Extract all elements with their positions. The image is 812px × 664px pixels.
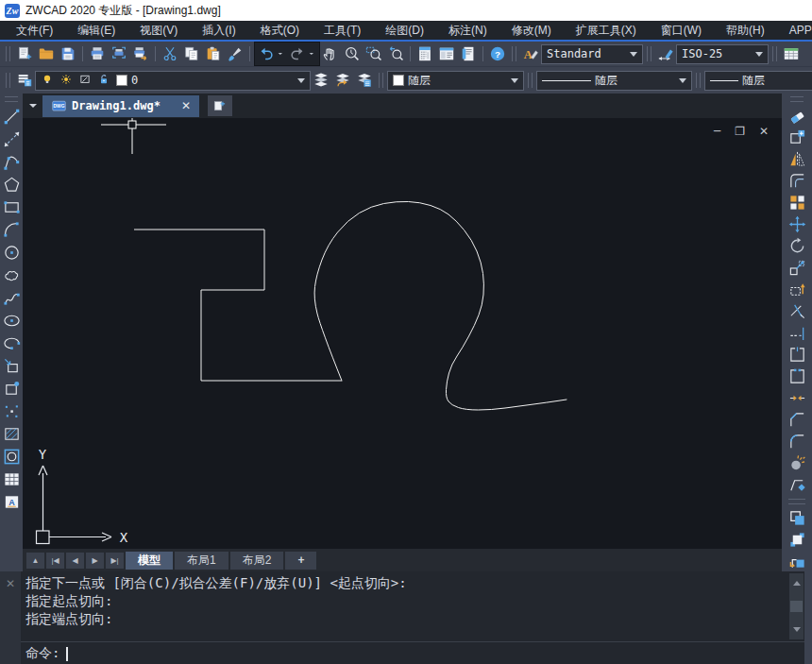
- circle-button[interactable]: [0, 241, 23, 264]
- redo-button[interactable]: [287, 43, 308, 64]
- close-icon[interactable]: ✕: [759, 125, 769, 138]
- menu-item-m[interactable]: 修改(M): [499, 21, 564, 40]
- send-to-back-button[interactable]: [786, 529, 808, 551]
- layer-previous-button[interactable]: [332, 70, 353, 91]
- zoom-realtime-button[interactable]: [342, 43, 363, 64]
- menu-item-h[interactable]: 帮助(H): [714, 21, 777, 40]
- chamfer-button[interactable]: [786, 409, 808, 431]
- print-preview-button[interactable]: [109, 43, 129, 64]
- paste-button[interactable]: [203, 43, 224, 64]
- trim-button[interactable]: [786, 300, 808, 322]
- save-button[interactable]: [58, 43, 78, 64]
- lineweight-combo[interactable]: 随层: [704, 71, 812, 91]
- command-close-icon[interactable]: ✕: [6, 577, 15, 664]
- send-under-button[interactable]: [786, 551, 808, 572]
- zoom-previous-button[interactable]: [385, 43, 406, 64]
- menu-item-app[interactable]: APP+: [777, 21, 812, 40]
- layer-on-icon[interactable]: [41, 73, 56, 88]
- polyline-button[interactable]: [0, 150, 23, 173]
- toolbar-grip[interactable]: [379, 73, 383, 88]
- scroll-down-icon[interactable]: [793, 627, 801, 636]
- new-tab-button[interactable]: [208, 95, 232, 116]
- layer-plot-icon[interactable]: [78, 73, 93, 88]
- command-history[interactable]: 指定下一点或 [闭合(C)/拟合公差(F)/放弃(U)] <起点切向>:指定起点…: [21, 571, 804, 641]
- layout-tab-layout[interactable]: 布局2: [230, 552, 284, 570]
- scale-button[interactable]: [786, 257, 808, 279]
- menu-item-t[interactable]: 工具(T): [312, 21, 373, 40]
- table-button[interactable]: [0, 468, 23, 490]
- tab-close-icon[interactable]: ✕: [181, 99, 191, 112]
- layer-lock-icon[interactable]: [97, 73, 112, 88]
- layout-tab-layout[interactable]: 布局1: [175, 552, 228, 570]
- toolbar-grip[interactable]: [772, 46, 777, 61]
- restore-icon[interactable]: ❐: [735, 125, 745, 138]
- insert-block-button[interactable]: [0, 354, 23, 377]
- stretch-button[interactable]: [786, 279, 808, 300]
- break-button[interactable]: [786, 366, 808, 387]
- menu-item-i[interactable]: 插入(I): [190, 21, 247, 40]
- dim-style-combo[interactable]: ISO-25: [676, 44, 769, 64]
- extend-button[interactable]: [786, 322, 808, 344]
- layout-nav-next-button[interactable]: ▶: [86, 553, 104, 569]
- layout-tab-model-active[interactable]: 模型: [126, 552, 173, 570]
- toolbar-grip[interactable]: [790, 96, 804, 102]
- dropdown-icon[interactable]: [277, 43, 287, 64]
- revision-cloud-button[interactable]: [0, 264, 23, 286]
- menu-item-x[interactable]: 扩展工具(X): [564, 21, 649, 40]
- layer-combo[interactable]: 0: [35, 71, 311, 91]
- tool-palettes-button[interactable]: [458, 43, 479, 64]
- menu-item-d[interactable]: 绘图(D): [373, 21, 436, 40]
- menu-item-v[interactable]: 视图(V): [127, 21, 190, 40]
- bring-to-front-button[interactable]: [786, 507, 808, 529]
- array-button[interactable]: [786, 192, 808, 213]
- print-button[interactable]: [87, 43, 108, 64]
- open-button[interactable]: [36, 43, 57, 64]
- document-tab-active[interactable]: DWG Drawing1.dwg* ✕: [42, 95, 199, 117]
- drawing-canvas[interactable]: Y X ─ ❐ ✕: [23, 118, 782, 549]
- menu-item-n[interactable]: 标注(N): [436, 21, 499, 40]
- text-style-combo[interactable]: Standard: [541, 44, 643, 64]
- menu-item-w[interactable]: 窗口(W): [649, 21, 714, 40]
- scroll-up-icon[interactable]: [793, 577, 801, 586]
- properties-palette-button[interactable]: [414, 43, 435, 64]
- toolbar-grip[interactable]: [6, 46, 10, 61]
- edit-polyline-button[interactable]: [786, 474, 808, 496]
- join-button[interactable]: [786, 387, 808, 409]
- construction-line-button[interactable]: [0, 128, 23, 150]
- layer-freeze-icon[interactable]: [59, 73, 75, 88]
- drawn-spline[interactable]: [314, 201, 567, 410]
- toolbar-grip[interactable]: [6, 73, 10, 88]
- undo-button[interactable]: [256, 43, 277, 64]
- layout-add-button[interactable]: +: [285, 552, 316, 570]
- menu-item-o[interactable]: 格式(O): [248, 21, 312, 40]
- table-style-button[interactable]: [781, 43, 802, 64]
- rectangle-button[interactable]: [0, 196, 23, 218]
- mtext-button[interactable]: A: [0, 490, 23, 513]
- dropdown-icon[interactable]: [308, 43, 318, 64]
- explode-button[interactable]: [786, 452, 808, 474]
- scrollbar-thumb[interactable]: [790, 601, 803, 612]
- fillet-button[interactable]: [786, 431, 808, 452]
- linetype-combo[interactable]: 随层: [536, 71, 692, 91]
- color-combo[interactable]: 随层: [387, 71, 524, 91]
- dim-style-button[interactable]: [655, 43, 676, 64]
- ellipse-arc-button[interactable]: [0, 332, 23, 354]
- offset-button[interactable]: [786, 170, 808, 192]
- layout-nav-first-button[interactable]: |◀: [46, 553, 64, 569]
- drawn-polyline[interactable]: [134, 230, 342, 381]
- layer-states-button[interactable]: [354, 70, 375, 91]
- text-style-button[interactable]: A: [520, 43, 541, 64]
- minimize-icon[interactable]: ─: [714, 125, 720, 138]
- layout-nav-last-button[interactable]: ▶|: [106, 553, 124, 569]
- toolbar-grip[interactable]: [696, 73, 701, 88]
- make-layer-current-button[interactable]: [311, 70, 331, 91]
- toolbar-grip[interactable]: [528, 73, 533, 88]
- polygon-button[interactable]: [0, 173, 23, 196]
- layout-nav-prev-button[interactable]: ◀: [66, 553, 84, 569]
- zoom-window-button[interactable]: [364, 43, 384, 64]
- region-button[interactable]: [0, 445, 23, 468]
- copy-button[interactable]: [181, 43, 202, 64]
- arc-button[interactable]: [0, 218, 23, 241]
- help-button[interactable]: ?: [487, 43, 508, 64]
- rotate-button[interactable]: [786, 235, 808, 257]
